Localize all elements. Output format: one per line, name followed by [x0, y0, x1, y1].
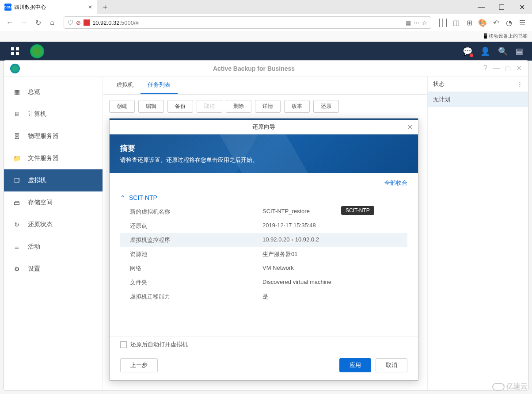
more-icon[interactable]: ⋯ — [414, 19, 419, 26]
window-maximize-icon[interactable]: ☐ — [491, 0, 512, 14]
detail-label: 资源池 — [130, 250, 262, 258]
sidebar-icon-8: ⚙ — [12, 264, 22, 274]
bookmark-star-icon[interactable]: ☆ — [422, 19, 427, 26]
sidebar-label: 物理服务器 — [28, 132, 59, 140]
menu-icon[interactable]: ☰ — [516, 16, 528, 29]
modal-title: 还原向导 — [252, 123, 275, 131]
svg-rect-3 — [16, 52, 19, 55]
sidebar-icon-3: 📁 — [12, 153, 22, 163]
delete-button[interactable]: 删除 — [226, 100, 251, 113]
banner-title: 摘要 — [120, 143, 407, 153]
nav-reload-icon[interactable]: ↻ — [32, 16, 44, 29]
detail-value: 2019-12-17 15:35:48 — [262, 222, 398, 230]
section-title: SCIT-NTP — [129, 194, 157, 201]
banner-subtitle: 请检查还原设置。还原过程将在您单击应用之后开始。 — [120, 156, 407, 164]
window-minimize-icon[interactable]: — — [471, 0, 491, 14]
sidebar-item-1[interactable]: 🖥计算机 — [4, 103, 103, 125]
sidebar-icon-4: ❐ — [12, 176, 22, 185]
create-button[interactable]: 创建 — [109, 100, 135, 113]
tracking-icon: ⊘ — [76, 19, 81, 26]
sidebar-icon[interactable]: ◫ — [450, 16, 462, 29]
backup-button[interactable]: 备份 — [167, 100, 193, 113]
container-icon[interactable]: ⊞ — [463, 16, 475, 29]
detail-label: 虚拟机迁移能力 — [130, 293, 262, 301]
dsm-logo-icon[interactable] — [30, 44, 44, 58]
detail-label: 网络 — [130, 264, 262, 272]
sidebar-label: 文件服务器 — [28, 154, 59, 162]
sidebar-item-2[interactable]: 🗄物理服务器 — [4, 125, 103, 147]
app-minimize-icon[interactable]: — — [493, 64, 500, 73]
content-tab-1[interactable]: 任务列表 — [141, 77, 178, 94]
content-tab-0[interactable]: 虚拟机 — [109, 77, 141, 94]
account-icon[interactable]: ◔ — [503, 16, 515, 29]
detail-label: 还原点 — [130, 222, 262, 230]
palette-icon[interactable]: 🎨 — [476, 16, 489, 29]
nav-back-icon[interactable]: ← — [4, 16, 16, 29]
checkbox-icon[interactable] — [120, 341, 127, 348]
modal-cancel-button[interactable]: 取消 — [376, 358, 407, 372]
detail-row-3: 资源池生产服务器01 — [120, 247, 407, 261]
edit-button[interactable]: 编辑 — [138, 100, 164, 113]
nav-home-icon[interactable]: ⌂ — [46, 16, 58, 29]
detail-row-4: 网络VM Network — [120, 261, 407, 275]
detail-label: 文件夹 — [130, 279, 262, 287]
new-tab-button[interactable]: ＋ — [97, 3, 113, 12]
panel-menu-icon[interactable]: ⋮ — [517, 81, 523, 88]
sidebar-icon-6: ↻ — [12, 220, 22, 230]
browser-tab[interactable]: DSM 四川数据中心 ✕ — [0, 0, 97, 14]
detail-value: SCIT-NTP_restoreSCIT-NTP — [262, 208, 398, 216]
mobile-bookmark-label[interactable]: 移动设备上的书签 — [489, 33, 528, 39]
detail-row-0: 新的虚拟机名称SCIT-NTP_restoreSCIT-NTP — [120, 205, 407, 219]
sidebar-item-0[interactable]: ▦总览 — [4, 81, 103, 103]
tab-title: 四川数据中心 — [14, 4, 46, 11]
svg-rect-1 — [16, 47, 19, 50]
auto-open-checkbox[interactable]: 还原后自动打开虚拟机 — [120, 340, 407, 348]
sidebar-label: 设置 — [28, 265, 40, 273]
version-button[interactable]: 版本 — [284, 100, 310, 113]
qr-icon[interactable]: ▦ — [406, 19, 411, 26]
search-icon[interactable]: 🔍 — [498, 46, 508, 56]
status-item[interactable]: 无计划 — [428, 92, 528, 107]
tab-close-icon[interactable]: ✕ — [88, 4, 92, 10]
detail-value: 生产服务器01 — [262, 250, 398, 258]
sidebar-label: 总览 — [28, 88, 40, 96]
restore-wizard-modal: 还原向导 ✕ 摘要 请检查还原设置。还原过程将在您单击应用之后开始。 全部收合 … — [109, 118, 418, 381]
watermark: 亿速云 — [492, 382, 528, 391]
sidebar-item-7[interactable]: ≣活动 — [4, 236, 103, 258]
sidebar-item-5[interactable]: 🗃存储空间 — [4, 191, 103, 214]
mobile-bookmark-icon[interactable]: 📱 — [483, 33, 489, 39]
collapse-all-link[interactable]: 全部收合 — [120, 179, 407, 187]
window-close-icon[interactable]: ✕ — [512, 0, 532, 14]
detail-value: 是 — [262, 293, 398, 301]
app-logo-icon — [10, 64, 20, 73]
chat-icon[interactable]: 💬 — [463, 46, 472, 56]
sidebar-icon-5: 🗃 — [12, 198, 22, 207]
library-icon[interactable]: ⎮⎮⎮ — [437, 16, 449, 29]
detail-label: 虚拟机监控程序 — [130, 236, 262, 244]
undo-icon[interactable]: ↶ — [490, 16, 502, 29]
watermark-icon — [492, 383, 505, 391]
detail-value: VM Network — [262, 264, 398, 272]
user-icon[interactable]: 👤 — [480, 46, 490, 56]
app-help-icon[interactable]: ? — [483, 64, 487, 73]
nav-forward-icon: → — [18, 16, 30, 29]
sidebar-item-8[interactable]: ⚙设置 — [4, 258, 103, 280]
tab-favicon: DSM — [4, 4, 11, 11]
dsm-apps-icon[interactable] — [9, 45, 21, 57]
sidebar-label: 活动 — [28, 243, 40, 251]
widgets-icon[interactable]: ▤ — [516, 46, 523, 56]
app-close-icon[interactable]: ✕ — [516, 64, 522, 73]
sidebar-item-3[interactable]: 📁文件服务器 — [4, 147, 103, 169]
app-maximize-icon[interactable]: ◻ — [505, 64, 511, 73]
modal-close-icon[interactable]: ✕ — [407, 123, 413, 131]
sidebar-icon-7: ≣ — [12, 242, 22, 252]
sidebar-item-4[interactable]: ❐虚拟机 — [4, 169, 103, 191]
url-bar[interactable]: 🛡 ⊘ 10.92.0.32:5000/# ▦ ⋯ ☆ — [64, 16, 431, 29]
svg-rect-2 — [11, 52, 14, 55]
details-button[interactable]: 详情 — [255, 100, 281, 113]
back-button[interactable]: 上一步 — [120, 358, 158, 372]
apply-button[interactable]: 应用 — [339, 358, 371, 372]
restore-button[interactable]: 还原 — [313, 100, 339, 113]
section-header[interactable]: ⌃ SCIT-NTP — [120, 191, 407, 205]
sidebar-item-6[interactable]: ↻还原状态 — [4, 214, 103, 236]
